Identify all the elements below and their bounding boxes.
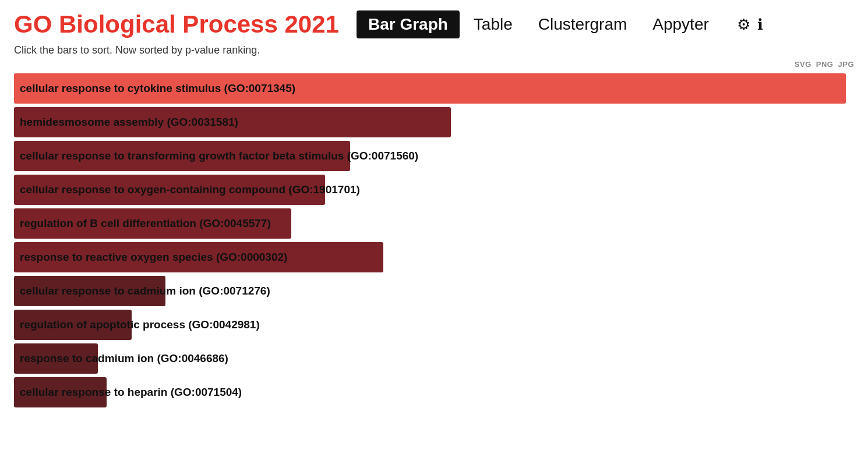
bar-row[interactable]: cellular response to oxygen-containing c…: [14, 175, 854, 205]
bar-row[interactable]: regulation of apoptotic process (GO:0042…: [14, 310, 854, 340]
nav-tabs: Bar GraphTableClustergramAppyter: [357, 10, 721, 38]
tab-table[interactable]: Table: [462, 10, 524, 38]
page-header: GO Biological Process 2021 Bar GraphTabl…: [0, 0, 868, 44]
info-icon[interactable]: ℹ: [757, 16, 763, 34]
export-png-button[interactable]: PNG: [816, 60, 834, 69]
bar-row[interactable]: response to cadmium ion (GO:0046686): [14, 343, 854, 374]
export-row: SVGPNGJPG: [0, 60, 868, 71]
subtitle: Click the bars to sort. Now sorted by p-…: [0, 44, 868, 60]
tab-appyter[interactable]: Appyter: [641, 10, 721, 38]
bar-label: cellular response to heparin (GO:0071504…: [14, 386, 242, 399]
tab-clustergram[interactable]: Clustergram: [527, 10, 638, 38]
tab-bar-graph[interactable]: Bar Graph: [357, 10, 460, 38]
bar-row[interactable]: cellular response to heparin (GO:0071504…: [14, 377, 854, 407]
bar-label: cellular response to transforming growth…: [14, 150, 418, 162]
bar-row[interactable]: response to reactive oxygen species (GO:…: [14, 242, 854, 272]
export-svg-button[interactable]: SVG: [795, 60, 811, 69]
nav-icons: ⚙ℹ: [737, 16, 763, 34]
bar-label: cellular response to cytokine stimulus (…: [14, 82, 295, 95]
bar-label: hemidesmosome assembly (GO:0031581): [14, 116, 238, 129]
bar-row[interactable]: hemidesmosome assembly (GO:0031581): [14, 107, 854, 137]
app-title: GO Biological Process 2021: [14, 10, 339, 38]
bar-label: regulation of B cell differentiation (GO…: [14, 217, 271, 230]
bar-label: response to cadmium ion (GO:0046686): [14, 352, 228, 365]
bar-row[interactable]: cellular response to cadmium ion (GO:007…: [14, 276, 854, 306]
bar-row[interactable]: cellular response to transforming growth…: [14, 141, 854, 171]
bar-label: cellular response to oxygen-containing c…: [14, 183, 360, 196]
chart-area: cellular response to cytokine stimulus (…: [0, 71, 868, 419]
bar-label: cellular response to cadmium ion (GO:007…: [14, 285, 270, 297]
bar-label: response to reactive oxygen species (GO:…: [14, 251, 287, 264]
export-jpg-button[interactable]: JPG: [838, 60, 854, 69]
bar-label: regulation of apoptotic process (GO:0042…: [14, 318, 260, 331]
bar-row[interactable]: regulation of B cell differentiation (GO…: [14, 208, 854, 239]
settings-icon[interactable]: ⚙: [737, 16, 750, 34]
bar-row[interactable]: cellular response to cytokine stimulus (…: [14, 73, 854, 104]
